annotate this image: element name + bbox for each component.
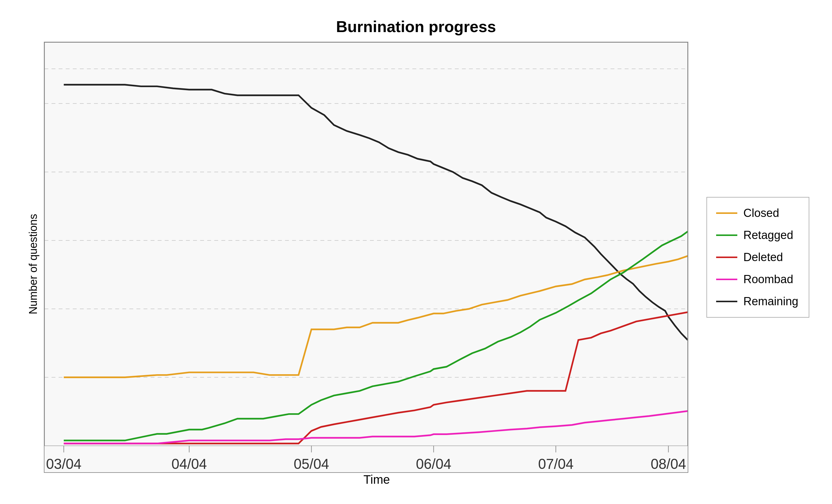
legend-label-roombad: Roombad (743, 273, 793, 286)
svg-text:05/04: 05/04 (294, 456, 329, 472)
legend-item-deleted: Deleted (716, 251, 800, 264)
svg-text:08/04: 08/04 (651, 456, 686, 472)
y-axis-label: Number of questions (27, 214, 40, 314)
svg-text:04/04: 04/04 (172, 456, 207, 472)
chart-body: Number of questions (23, 42, 809, 486)
legend-line-remaining (716, 301, 737, 302)
chart-and-legend: 0 200 400 600 800 1,000 (44, 42, 809, 473)
legend-label-retagged: Retagged (743, 229, 793, 242)
chart-container: Burnination progress Number of questions (23, 18, 809, 486)
y-axis-label-container: Number of questions (23, 42, 44, 486)
svg-rect-0 (45, 42, 688, 472)
legend: Closed Retagged Deleted Roombad (706, 197, 809, 318)
svg-text:06/04: 06/04 (416, 456, 451, 472)
legend-line-retagged (716, 235, 737, 236)
svg-text:07/04: 07/04 (538, 456, 574, 472)
chart-title: Burnination progress (336, 18, 496, 36)
legend-item-closed: Closed (716, 207, 800, 220)
legend-item-remaining: Remaining (716, 295, 800, 308)
chart-svg: 0 200 400 600 800 1,000 (45, 42, 688, 472)
legend-line-closed (716, 212, 737, 214)
svg-text:03/04: 03/04 (46, 456, 81, 472)
legend-label-remaining: Remaining (743, 295, 799, 308)
legend-item-retagged: Retagged (716, 229, 800, 242)
legend-line-deleted (716, 257, 737, 258)
chart-plot-area: 0 200 400 600 800 1,000 (44, 42, 688, 473)
legend-label-deleted: Deleted (743, 251, 783, 264)
legend-item-roombad: Roombad (716, 273, 800, 286)
legend-line-roombad (716, 278, 737, 280)
legend-label-closed: Closed (743, 207, 779, 220)
x-axis-label: Time (363, 473, 390, 486)
